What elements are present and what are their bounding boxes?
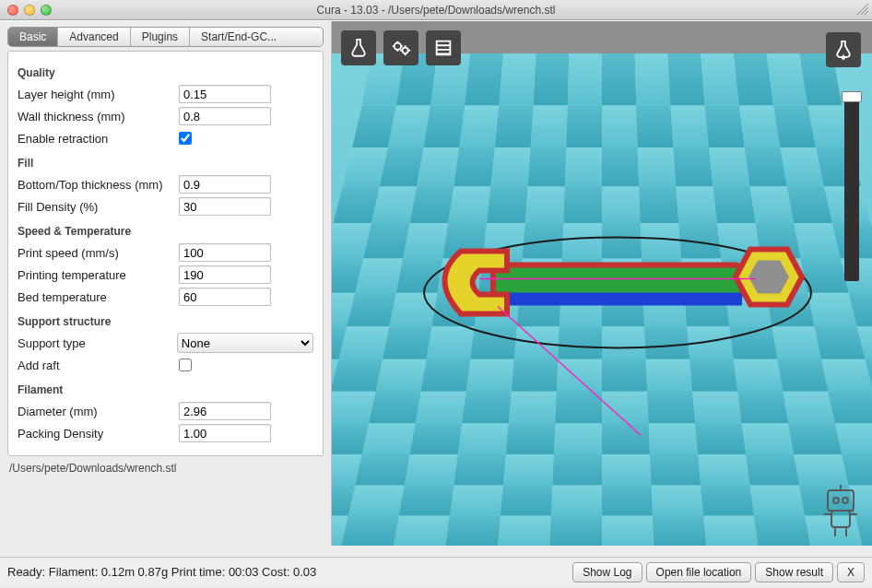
svg-marker-125 xyxy=(777,359,828,392)
zoom-window-icon[interactable] xyxy=(41,5,52,16)
open-file-location-button[interactable]: Open file location xyxy=(646,562,752,582)
svg-marker-98 xyxy=(807,293,857,326)
viewport-3d[interactable] xyxy=(332,21,872,546)
svg-marker-102 xyxy=(383,326,432,359)
svg-marker-37 xyxy=(602,147,639,186)
section-speed-temp-heading: Speed & Temperature xyxy=(18,225,313,238)
svg-marker-49 xyxy=(525,186,565,223)
svg-marker-175 xyxy=(501,485,553,515)
close-status-button[interactable]: X xyxy=(837,562,865,582)
svg-marker-150 xyxy=(649,423,699,454)
input-print-temp[interactable] xyxy=(179,265,271,284)
tab-start-end-gcode[interactable]: Start/End-GC... xyxy=(190,28,288,46)
tab-plugins[interactable]: Plugins xyxy=(131,28,190,46)
svg-marker-13 xyxy=(734,53,773,106)
ultimaker-robot-icon xyxy=(819,483,863,538)
input-packing[interactable] xyxy=(179,424,271,442)
input-bed-temp[interactable] xyxy=(179,288,271,306)
input-bottom-top[interactable] xyxy=(179,175,271,194)
svg-marker-134 xyxy=(555,392,602,423)
svg-marker-160 xyxy=(454,454,506,485)
svg-marker-115 xyxy=(332,359,383,392)
svg-marker-153 xyxy=(788,423,842,454)
svg-marker-172 xyxy=(348,485,405,515)
label-packing: Packing Density xyxy=(18,427,179,441)
layer-slider-track[interactable] xyxy=(844,97,859,281)
svg-marker-8 xyxy=(568,53,602,106)
svg-marker-18 xyxy=(424,106,465,147)
svg-marker-51 xyxy=(602,186,641,223)
svg-marker-107 xyxy=(602,326,646,359)
input-layer-height[interactable] xyxy=(179,85,271,103)
titlebar: Cura - 13.03 - /Users/pete/Downloads/wre… xyxy=(0,0,872,20)
save-gcode-button[interactable] xyxy=(826,32,861,67)
label-support-type: Support type xyxy=(18,336,177,350)
layers-icon xyxy=(433,38,454,58)
svg-marker-47 xyxy=(448,186,490,223)
tab-basic[interactable]: Basic xyxy=(8,28,58,46)
svg-marker-139 xyxy=(783,392,835,423)
svg-marker-26 xyxy=(705,106,745,147)
build-plate xyxy=(332,21,872,546)
svg-marker-119 xyxy=(512,359,559,392)
svg-rect-200 xyxy=(493,292,742,305)
svg-marker-126 xyxy=(821,359,872,392)
input-print-speed[interactable] xyxy=(179,243,271,262)
svg-marker-7 xyxy=(534,53,570,106)
settings-sidebar: Basic Advanced Plugins Start/End-GC... Q… xyxy=(0,21,332,546)
show-result-button[interactable]: Show result xyxy=(755,562,833,582)
status-bar: Ready: Filament: 0.12m 0.87g Print time:… xyxy=(0,557,872,586)
status-buttons: Show Log Open file location Show result … xyxy=(572,562,865,582)
svg-marker-161 xyxy=(503,454,554,485)
svg-marker-24 xyxy=(636,106,673,147)
checkbox-add-raft[interactable] xyxy=(179,359,192,371)
svg-marker-88 xyxy=(389,293,437,326)
svg-marker-163 xyxy=(602,454,652,485)
input-diameter[interactable] xyxy=(179,402,271,420)
svg-marker-40 xyxy=(709,147,750,186)
layer-view-button[interactable] xyxy=(426,30,461,65)
resize-grip-icon[interactable] xyxy=(857,4,868,15)
svg-marker-64 xyxy=(562,223,602,258)
label-print-temp: Printing temperature xyxy=(18,268,179,282)
row-bottom-top: Bottom/Top thickness (mm) xyxy=(18,173,313,195)
svg-marker-106 xyxy=(558,326,602,359)
svg-marker-174 xyxy=(450,485,503,515)
section-quality-heading: Quality xyxy=(18,66,313,79)
checkbox-enable-retraction[interactable] xyxy=(179,132,192,145)
minimize-window-icon[interactable] xyxy=(24,5,35,16)
svg-marker-132 xyxy=(462,392,512,423)
svg-marker-74 xyxy=(396,259,443,293)
close-window-icon[interactable] xyxy=(7,5,18,16)
svg-marker-11 xyxy=(667,53,704,106)
svg-marker-50 xyxy=(563,186,602,223)
input-wall-thickness[interactable] xyxy=(179,107,271,125)
svg-marker-137 xyxy=(692,392,742,423)
svg-marker-66 xyxy=(641,223,682,258)
layer-slider-handle[interactable] xyxy=(842,91,862,102)
viewport-toolbar xyxy=(341,30,461,65)
prepare-button[interactable] xyxy=(383,30,418,65)
svg-marker-133 xyxy=(509,392,557,423)
svg-marker-27 xyxy=(739,106,781,147)
show-log-button[interactable]: Show Log xyxy=(572,562,642,582)
svg-marker-25 xyxy=(670,106,709,147)
svg-marker-145 xyxy=(410,423,463,454)
load-model-button[interactable] xyxy=(341,30,376,65)
svg-marker-38 xyxy=(638,147,677,186)
svg-marker-52 xyxy=(639,186,678,223)
svg-marker-147 xyxy=(506,423,556,454)
svg-marker-111 xyxy=(772,326,821,359)
svg-marker-118 xyxy=(466,359,514,392)
row-wall-thickness: Wall thickness (mm) xyxy=(18,105,313,127)
svg-marker-20 xyxy=(495,106,534,147)
svg-marker-191 xyxy=(602,515,654,546)
input-fill-density[interactable] xyxy=(179,197,271,216)
section-filament-heading: Filament xyxy=(18,383,313,396)
select-support-type[interactable]: None xyxy=(177,333,313,353)
svg-marker-146 xyxy=(458,423,509,454)
settings-panel: Quality Layer height (mm) Wall thickness… xyxy=(7,51,324,456)
tab-advanced[interactable]: Advanced xyxy=(58,28,130,46)
flask-icon xyxy=(348,38,369,58)
svg-marker-173 xyxy=(399,485,454,515)
